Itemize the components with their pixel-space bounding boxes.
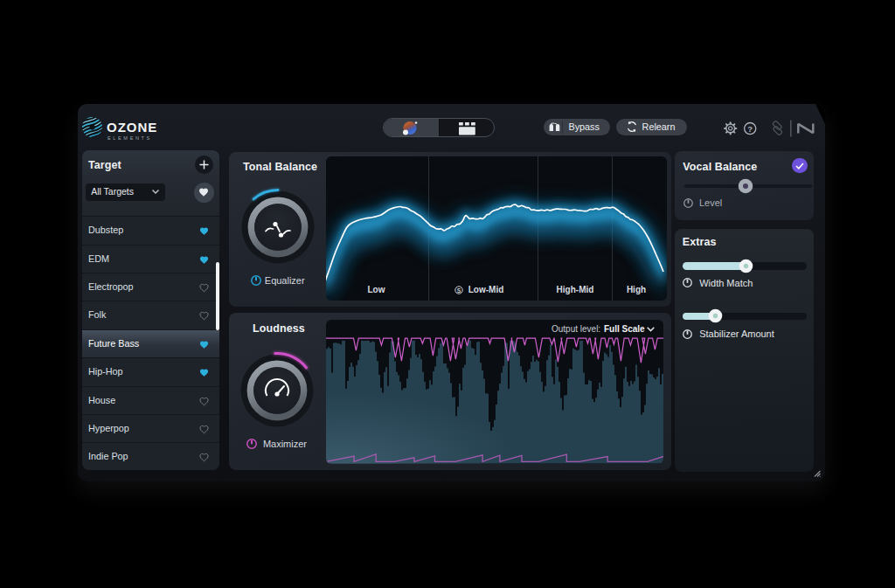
svg-text:S: S: [457, 287, 461, 293]
svg-text:OZONE: OZONE: [107, 120, 157, 135]
svg-text:ELEMENTS: ELEMENTS: [108, 135, 152, 141]
svg-text:?: ?: [747, 124, 753, 134]
